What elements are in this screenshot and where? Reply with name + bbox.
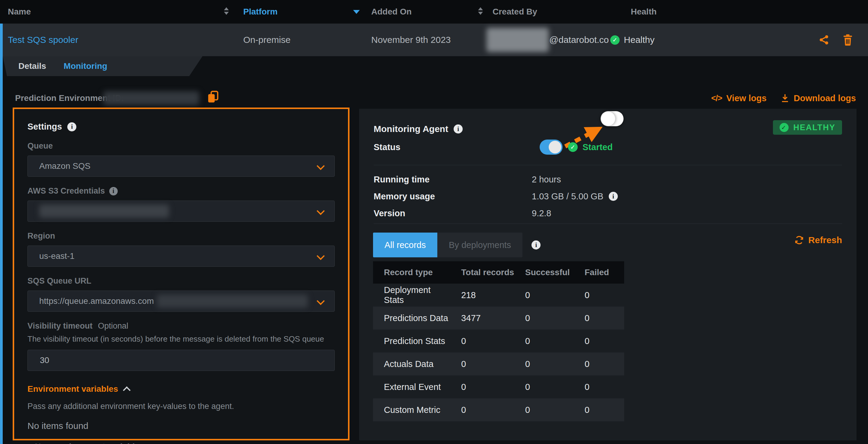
download-icon	[780, 93, 789, 103]
column-header-platform[interactable]: Platform	[243, 0, 278, 24]
running-time-value: 2 hours	[532, 175, 736, 184]
health-check-icon	[610, 35, 620, 45]
agent-toggle-zoomed[interactable]	[600, 111, 623, 126]
log-actions: </> View logs Download logs	[711, 91, 856, 105]
info-icon[interactable]	[454, 124, 463, 134]
environment-added-on: November 9th 2023	[371, 24, 451, 56]
created-by-redacted	[487, 28, 549, 52]
memory-usage-value: 1.03 GB / 5.00 GB	[532, 191, 736, 202]
sqs-url-select[interactable]: https://queue.amazonaws.com	[28, 291, 335, 312]
table-row: Predictions Data347700	[373, 306, 624, 329]
share-icon	[818, 34, 829, 45]
column-header-created-by: Created By	[493, 0, 537, 24]
sort-icon[interactable]	[224, 7, 229, 15]
listing-header: Name Platform Added On Created By Health	[0, 0, 868, 24]
divider	[374, 224, 842, 224]
sort-icon[interactable]	[478, 7, 484, 15]
region-select[interactable]: us-east-1	[28, 245, 335, 267]
settings-panel: Settings Queue Amazon SQS AWS S3 Credent…	[13, 108, 349, 440]
chevron-down-icon	[317, 297, 325, 305]
started-check-icon	[568, 142, 578, 152]
col-successful: Successful	[514, 261, 574, 284]
environment-variables-toggle[interactable]: Environment variables	[28, 384, 335, 394]
agent-info-rows: Running time 2 hours Memory usage 1.03 G…	[374, 171, 736, 222]
aws-credentials-redacted	[39, 205, 169, 218]
column-header-added-on[interactable]: Added On	[371, 0, 412, 24]
version-row: Version 9.2.8	[374, 205, 736, 222]
records-table-header: Record type Total records Successful Fai…	[373, 261, 624, 284]
toggle-knob	[601, 112, 615, 126]
info-icon[interactable]	[67, 122, 76, 131]
chevron-down-icon	[317, 162, 325, 170]
share-button[interactable]	[818, 24, 829, 56]
agent-status-toggle[interactable]	[539, 140, 563, 155]
chevron-down-icon	[317, 207, 325, 215]
version-label: Version	[374, 208, 532, 218]
table-row: Prediction Stats000	[373, 329, 624, 353]
table-row: Deployment Stats21800	[373, 284, 624, 306]
queue-value: Amazon SQS	[39, 161, 91, 171]
environment-name-link[interactable]: Test SQS spooler	[8, 24, 78, 56]
region-value: us-east-1	[39, 251, 74, 261]
column-header-name[interactable]: Name	[8, 0, 31, 24]
monitoring-panel: Monitoring Agent HEALTHY Status Started …	[359, 109, 857, 440]
sort-desc-icon[interactable]	[353, 10, 360, 14]
sqs-url-redacted	[157, 295, 308, 308]
healthy-badge: HEALTHY	[773, 120, 842, 135]
queue-select[interactable]: Amazon SQS	[28, 155, 335, 177]
status-value: Started	[583, 142, 613, 152]
table-row: Custom Metric000	[373, 398, 624, 421]
new-environment-variable-button[interactable]: + New environment variable	[28, 442, 335, 444]
info-icon[interactable]	[531, 240, 540, 249]
info-icon[interactable]	[109, 187, 118, 196]
tab-details[interactable]: Details	[19, 61, 46, 71]
view-logs-label: View logs	[726, 93, 767, 103]
aws-credentials-label: AWS S3 Credentials	[28, 186, 335, 196]
refresh-label: Refresh	[808, 235, 842, 245]
environment-platform: On-premise	[243, 24, 291, 56]
col-failed: Failed	[574, 261, 624, 284]
view-logs-button[interactable]: </> View logs	[711, 93, 767, 103]
column-header-health: Health	[631, 0, 657, 24]
healthy-badge-label: HEALTHY	[794, 123, 836, 132]
memory-usage-label: Memory usage	[374, 191, 532, 202]
status-value-wrap: Started	[568, 140, 613, 155]
download-logs-button[interactable]: Download logs	[780, 93, 856, 103]
health-status: Healthy	[610, 24, 655, 56]
col-record-type: Record type	[373, 261, 450, 284]
environment-row[interactable]: Test SQS spooler On-premise November 9th…	[0, 24, 868, 56]
delete-button[interactable]	[843, 24, 853, 56]
health-label: Healthy	[624, 35, 655, 45]
records-table: Record type Total records Successful Fai…	[373, 261, 624, 421]
status-label: Status	[374, 140, 401, 155]
aws-credentials-select[interactable]	[28, 201, 335, 222]
refresh-button[interactable]: Refresh	[794, 235, 842, 245]
prediction-environment-id-redacted	[103, 91, 199, 105]
running-time-row: Running time 2 hours	[374, 171, 736, 188]
monitoring-agent-title-row: Monitoring Agent	[374, 121, 463, 137]
created-by-domain: @datarobot.co	[549, 24, 609, 56]
download-logs-label: Download logs	[794, 93, 856, 103]
monitoring-agent-title: Monitoring Agent	[374, 124, 448, 134]
memory-usage-row: Memory usage 1.03 GB / 5.00 GB	[374, 188, 736, 205]
copy-button[interactable]	[208, 91, 218, 105]
version-value: 9.2.8	[532, 208, 736, 218]
visibility-timeout-field	[28, 350, 335, 371]
tab-monitoring[interactable]: Monitoring	[64, 61, 107, 71]
sqs-url-label: SQS Queue URL	[28, 276, 335, 286]
tab-all-records[interactable]: All records	[373, 233, 437, 257]
refresh-icon	[794, 235, 804, 245]
table-row: External Event000	[373, 376, 624, 398]
sqs-url-value: https://queue.amazonaws.com	[39, 296, 154, 306]
queue-label: Queue	[28, 141, 335, 151]
tab-by-deployments[interactable]: By deployments	[437, 233, 522, 257]
environment-variables-description: Pass any additional environment key-valu…	[28, 402, 335, 411]
environment-variables-title: Environment variables	[28, 384, 118, 394]
visibility-timeout-input[interactable]	[39, 355, 323, 365]
divider	[374, 165, 842, 165]
info-icon[interactable]	[609, 192, 618, 201]
records-view-switch: All records By deployments	[373, 233, 540, 257]
optional-label: Optional	[98, 321, 129, 331]
healthy-check-icon	[780, 123, 788, 132]
code-icon: </>	[711, 94, 722, 103]
